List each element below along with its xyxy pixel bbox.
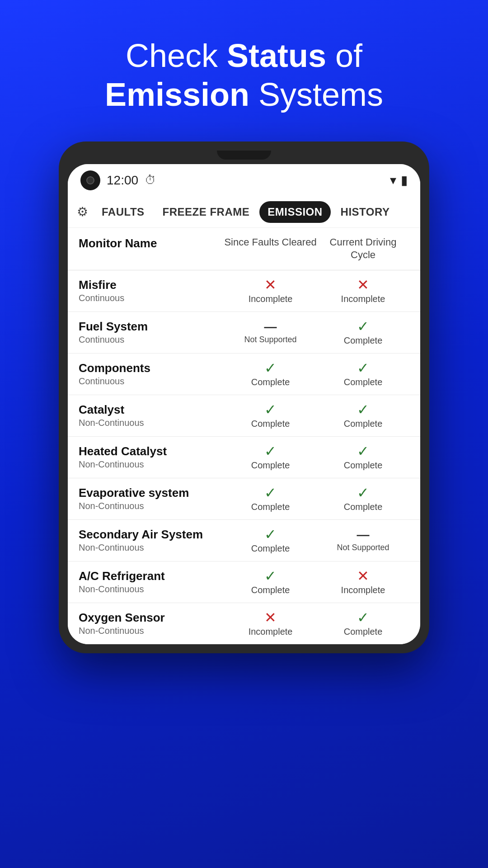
status-label: Incomplete [249, 627, 293, 637]
complete-icon: ✓ [264, 486, 277, 500]
monitor-info: Secondary Air System Non-Continuous [79, 528, 224, 553]
hero-highlight-status: Status [227, 38, 326, 74]
status-cell-driving-cycle: ✓ Complete [317, 610, 409, 637]
status-label: Complete [251, 460, 290, 471]
table-row: A/C Refrigerant Non-Continuous ✓ Complet… [68, 561, 420, 603]
monitor-name: Misfire [79, 278, 224, 292]
monitor-type: Continuous [79, 293, 224, 303]
emission-table: Monitor Name Since Faults Cleared Curren… [68, 228, 420, 644]
status-label: Complete [344, 502, 383, 512]
battery-icon: ▮ [401, 173, 408, 188]
not-supported-icon: — [357, 528, 370, 541]
alarm-icon: ⏱ [145, 173, 156, 187]
tab-emission[interactable]: Emission [259, 201, 330, 223]
table-row: Misfire Continuous ✕ Incomplete ✕ Incomp… [68, 270, 420, 312]
status-label: Not Supported [337, 543, 389, 552]
monitor-name: Secondary Air System [79, 528, 224, 542]
complete-icon: ✓ [264, 444, 277, 458]
monitor-info: Evaporative system Non-Continuous [79, 486, 224, 511]
monitor-type: Non-Continuous [79, 418, 224, 428]
status-cell-driving-cycle: ✕ Incomplete [317, 278, 409, 304]
monitor-name: A/C Refrigerant [79, 569, 224, 583]
status-label: Complete [251, 377, 290, 387]
col-header-monitor: Monitor Name [79, 236, 224, 262]
status-label: Incomplete [341, 294, 385, 304]
status-bar: 12:00 ⏱ ▾ ▮ [68, 164, 420, 197]
tab-freeze-frame[interactable]: Freeze Frame [155, 201, 258, 223]
complete-icon: ✓ [357, 319, 369, 334]
status-label: Not Supported [244, 335, 297, 344]
status-cell-since-faults: — Not Supported [224, 321, 317, 344]
status-label: Complete [344, 377, 383, 387]
table-row: Heated Catalyst Non-Continuous ✓ Complet… [68, 437, 420, 478]
phone-notch [217, 151, 271, 160]
complete-icon: ✓ [357, 444, 369, 458]
monitor-name: Oxygen Sensor [79, 611, 224, 625]
monitor-type: Continuous [79, 335, 224, 345]
monitor-info: Oxygen Sensor Non-Continuous [79, 611, 224, 636]
status-label: Complete [251, 585, 290, 595]
monitor-name: Evaporative system [79, 486, 224, 500]
status-label: Complete [251, 543, 290, 554]
status-label: Complete [344, 419, 383, 429]
phone-screen: 12:00 ⏱ ▾ ▮ ⚙ Faults Freeze Frame Emissi… [68, 164, 420, 644]
monitor-type: Non-Continuous [79, 501, 224, 511]
nav-tabs: ⚙ Faults Freeze Frame Emission History [68, 197, 420, 228]
monitor-type: Non-Continuous [79, 542, 224, 553]
time-display: 12:00 [107, 173, 138, 188]
complete-icon: ✓ [264, 569, 277, 583]
status-label: Complete [251, 419, 290, 429]
status-label: Incomplete [249, 294, 293, 304]
col-header-since-faults: Since Faults Cleared [224, 236, 317, 262]
monitor-type: Non-Continuous [79, 459, 224, 470]
status-cell-since-faults: ✓ Complete [224, 402, 317, 429]
complete-icon: ✓ [357, 402, 369, 417]
status-label: Complete [251, 502, 290, 512]
status-cell-driving-cycle: ✓ Complete [317, 486, 409, 512]
table-row: Evaporative system Non-Continuous ✓ Comp… [68, 478, 420, 520]
monitor-type: Non-Continuous [79, 626, 224, 636]
monitor-info: Components Continuous [79, 361, 224, 387]
status-cell-driving-cycle: ✕ Incomplete [317, 569, 409, 595]
complete-icon: ✓ [264, 402, 277, 417]
monitor-info: Fuel System Continuous [79, 320, 224, 345]
status-cell-since-faults: ✓ Complete [224, 444, 317, 471]
incomplete-icon: ✕ [357, 278, 369, 292]
monitor-name: Catalyst [79, 403, 224, 417]
camera-icon [80, 170, 100, 190]
status-cell-driving-cycle: ✓ Complete [317, 444, 409, 471]
monitor-info: Heated Catalyst Non-Continuous [79, 444, 224, 470]
tab-history[interactable]: History [333, 201, 398, 223]
hero-section: Check Status of Emission Systems [78, 0, 410, 142]
status-cell-driving-cycle: ✓ Complete [317, 361, 409, 387]
status-cell-driving-cycle: ✓ Complete [317, 402, 409, 429]
status-cell-driving-cycle: ✓ Complete [317, 319, 409, 346]
tab-faults[interactable]: Faults [94, 201, 153, 223]
monitor-name: Fuel System [79, 320, 224, 334]
incomplete-icon: ✕ [264, 278, 277, 292]
complete-icon: ✓ [357, 486, 369, 500]
table-header: Monitor Name Since Faults Cleared Curren… [68, 228, 420, 270]
col-header-driving-cycle: Current Driving Cycle [317, 236, 409, 262]
status-bar-right: ▾ ▮ [390, 173, 408, 188]
status-cell-since-faults: ✕ Incomplete [224, 610, 317, 637]
status-cell-since-faults: ✓ Complete [224, 527, 317, 554]
monitor-info: Catalyst Non-Continuous [79, 403, 224, 428]
status-label: Complete [344, 627, 383, 637]
status-label: Incomplete [341, 585, 385, 595]
status-cell-since-faults: ✓ Complete [224, 569, 317, 595]
status-cell-driving-cycle: — Not Supported [317, 528, 409, 552]
complete-icon: ✓ [264, 527, 277, 542]
hero-highlight-emission: Emission [105, 76, 249, 113]
status-cell-since-faults: ✓ Complete [224, 361, 317, 387]
phone-mockup: 12:00 ⏱ ▾ ▮ ⚙ Faults Freeze Frame Emissi… [59, 142, 429, 653]
monitor-name: Components [79, 361, 224, 375]
obd-icon: ⚙ [77, 204, 88, 219]
incomplete-icon: ✕ [357, 569, 369, 583]
table-row: Catalyst Non-Continuous ✓ Complete ✓ Com… [68, 395, 420, 437]
table-row: Fuel System Continuous — Not Supported ✓… [68, 312, 420, 354]
table-row: Secondary Air System Non-Continuous ✓ Co… [68, 520, 420, 561]
monitor-type: Continuous [79, 376, 224, 387]
table-row: Oxygen Sensor Non-Continuous ✕ Incomplet… [68, 603, 420, 644]
status-label: Complete [344, 460, 383, 471]
